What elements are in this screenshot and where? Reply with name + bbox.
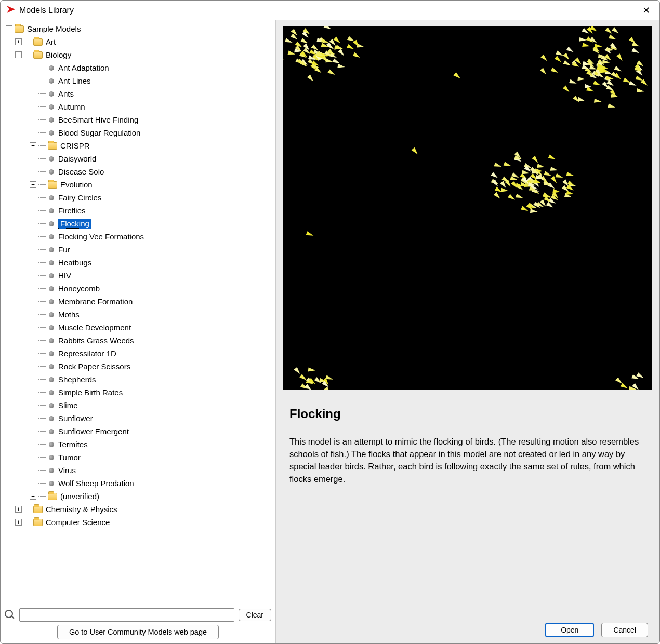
tree-row[interactable]: Membrane Formation [3,295,275,308]
tree-item-label: Sunflower Emergent [58,427,129,436]
models-library-window: Models Library ✕ −Sample Models+Art−Biol… [0,0,660,644]
svg-marker-221 [537,164,545,169]
svg-marker-199 [532,156,539,164]
tree-row[interactable]: Fur [3,243,275,256]
tree-row[interactable]: −Sample Models [3,22,275,35]
model-icon [49,403,54,408]
svg-marker-162 [508,194,516,202]
tree-row[interactable]: +Evolution [3,178,275,191]
tree-row[interactable]: Repressilator 1D [3,347,275,360]
tree-row[interactable]: Fairy Circles [3,191,275,204]
tree-item-label: Repressilator 1D [58,349,116,358]
svg-marker-197 [548,154,557,161]
svg-marker-110 [579,37,587,42]
expand-icon[interactable]: + [30,181,36,188]
tree-row[interactable]: Rock Paper Scissors [3,360,275,373]
tree-row[interactable]: Daisyworld [3,152,275,165]
search-icon [5,610,15,620]
cancel-button[interactable]: Cancel [601,623,648,637]
tree-row[interactable]: Sunflower Emergent [3,425,275,438]
tree-row[interactable]: Wolf Sheep Predation [3,477,275,490]
svg-marker-22 [333,58,341,65]
tree-row[interactable]: Moths [3,308,275,321]
tree-item-label: Virus [58,466,76,475]
model-icon [49,260,54,265]
tree-row[interactable]: Shepherds [3,373,275,386]
tree-item-label: Rock Paper Scissors [58,362,130,371]
model-icon [49,156,54,162]
close-icon[interactable]: ✕ [638,3,654,18]
svg-marker-86 [629,81,637,87]
svg-marker-132 [566,47,575,54]
svg-marker-0 [7,6,15,13]
search-input[interactable] [19,608,234,622]
expand-icon[interactable]: + [15,38,22,45]
tree-row[interactable]: −Biology [3,48,275,61]
open-button[interactable]: Open [545,623,594,637]
model-icon [49,338,54,343]
tree-row[interactable]: Rabbits Grass Weeds [3,334,275,347]
svg-marker-211 [504,162,512,168]
tree-row[interactable]: Heatbugs [3,256,275,269]
tree-row[interactable]: +(unverified) [3,490,275,503]
expand-icon[interactable]: + [15,519,22,526]
svg-marker-63 [347,44,355,51]
tree-item-label: Ants [58,89,74,98]
svg-marker-238 [530,209,538,213]
svg-marker-266 [621,383,629,390]
tree-row[interactable]: +Chemistry & Physics [3,503,275,516]
svg-marker-36 [327,69,336,76]
svg-marker-121 [563,60,572,68]
tree-row[interactable]: Autumn [3,100,275,113]
svg-marker-104 [616,53,624,62]
tree-row[interactable]: Simple Birth Rates [3,386,275,399]
tree-row[interactable]: +Computer Science [3,516,275,529]
tree-item-label: Fairy Circles [58,193,101,202]
tree-row[interactable]: Flocking [3,217,275,230]
expand-icon[interactable]: + [30,142,36,149]
svg-marker-56 [325,58,334,64]
tree-row[interactable]: Sunflower [3,412,275,425]
left-panel: −Sample Models+Art−BiologyAnt Adaptation… [1,20,276,643]
collapse-icon[interactable]: − [6,25,12,32]
tree-row[interactable]: Ant Adaptation [3,61,275,74]
tree-item-label: Flocking [58,219,91,229]
tree-item-label: Slime [58,401,78,410]
svg-marker-116 [540,55,549,63]
expand-icon[interactable]: + [30,493,36,500]
tree-item-label: Membrane Formation [58,297,133,306]
tree-row[interactable]: Termites [3,438,275,451]
tree-row[interactable]: Tumor [3,451,275,464]
svg-marker-133 [614,66,623,73]
clear-button[interactable]: Clear [239,609,271,621]
svg-marker-158 [612,27,620,35]
tree-item-label: Ant Adaptation [58,63,109,72]
tree-row[interactable]: Disease Solo [3,165,275,178]
tree-row[interactable]: Fireflies [3,204,275,217]
tree-row[interactable]: HIV [3,269,275,282]
tree-row[interactable]: Muscle Development [3,321,275,334]
model-icon [49,247,54,252]
tree-row[interactable]: +Art [3,35,275,48]
tree-row[interactable]: BeeSmart Hive Finding [3,113,275,126]
community-models-button[interactable]: Go to User Community Models web page [57,625,219,639]
tree-row[interactable]: Ant Lines [3,74,275,87]
tree-row[interactable]: Virus [3,464,275,477]
tree-item-label: Daisyworld [58,154,96,163]
tree-item-label: Biology [46,50,71,59]
tree-item-label: Honeycomb [58,284,100,293]
model-icon [49,325,54,330]
tree-row[interactable]: +CRISPR [3,139,275,152]
right-panel: Flocking This model is an attempt to mim… [276,20,659,643]
svg-marker-21 [337,64,345,69]
collapse-icon[interactable]: − [15,51,22,58]
svg-marker-99 [609,35,617,42]
tree-row[interactable]: Honeycomb [3,282,275,295]
svg-marker-252 [294,367,301,375]
tree-row[interactable]: Blood Sugar Regulation [3,126,275,139]
expand-icon[interactable]: + [15,506,22,513]
tree-row[interactable]: Ants [3,87,275,100]
tree-row[interactable]: Slime [3,399,275,412]
model-tree[interactable]: −Sample Models+Art−BiologyAnt Adaptation… [1,20,275,605]
tree-row[interactable]: Flocking Vee Formations [3,230,275,243]
